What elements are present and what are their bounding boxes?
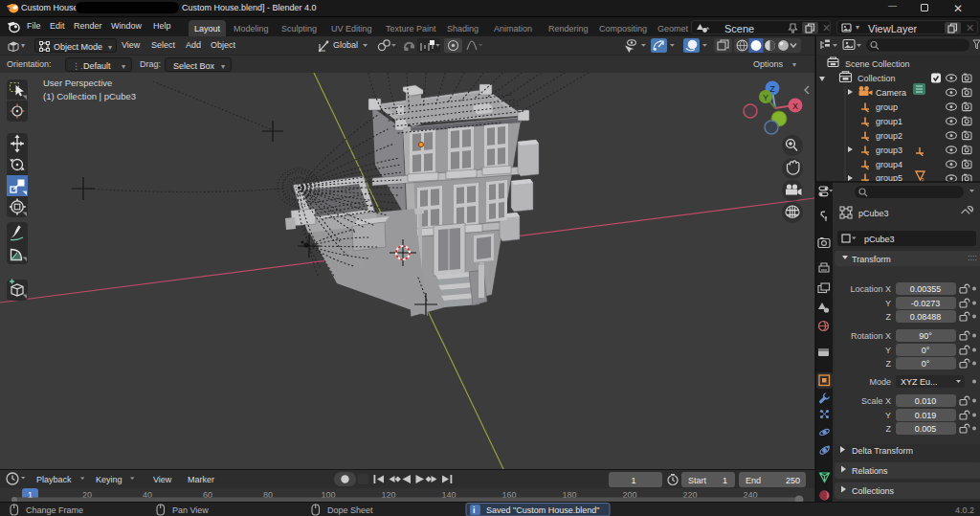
svg-text:Start: Start (688, 476, 707, 485)
svg-text:Scene Collection: Scene Collection (845, 59, 910, 69)
svg-text:Change Frame: Change Frame (26, 505, 83, 515)
svg-text:Y: Y (885, 346, 891, 355)
svg-text:0.019: 0.019 (915, 411, 937, 420)
svg-text:End: End (746, 476, 761, 485)
svg-text:250: 250 (786, 476, 800, 485)
svg-text:1: 1 (631, 476, 635, 485)
svg-text:Playback: Playback (36, 475, 72, 484)
svg-text:Z: Z (886, 312, 892, 322)
svg-text:i: i (473, 505, 476, 515)
svg-text:group1: group1 (876, 117, 902, 126)
svg-text:Y: Y (763, 93, 768, 102)
svg-text:Marker: Marker (188, 475, 214, 484)
svg-text:4.0.2: 4.0.2 (955, 505, 974, 515)
svg-text:Z: Z (769, 84, 775, 94)
svg-text:0°: 0° (922, 359, 930, 369)
svg-text:Camera: Camera (876, 88, 906, 98)
svg-text:View: View (153, 475, 172, 484)
svg-text:Scale X: Scale X (861, 396, 891, 406)
svg-text:Collections: Collections (852, 486, 895, 496)
svg-text:Pan View: Pan View (172, 505, 209, 515)
svg-text:0.010: 0.010 (915, 396, 937, 406)
svg-text:Rotation X: Rotation X (851, 331, 891, 341)
svg-text:Location X: Location X (850, 284, 891, 294)
svg-text:group: group (876, 102, 898, 112)
svg-text:0.005: 0.005 (915, 424, 937, 434)
svg-text:Relations: Relations (852, 466, 888, 476)
svg-text:-0.0273: -0.0273 (911, 299, 941, 308)
svg-text:::::: :::: (968, 253, 977, 262)
svg-text:group3: group3 (876, 146, 902, 155)
svg-text:0.00355: 0.00355 (910, 284, 942, 294)
svg-text:Delta Transform: Delta Transform (852, 446, 913, 456)
svg-text:Transform: Transform (852, 255, 891, 264)
svg-text:Y: Y (885, 299, 891, 308)
svg-text:Saved "Custom House.blend": Saved "Custom House.blend" (486, 505, 599, 515)
svg-text:90°: 90° (919, 331, 932, 341)
svg-text:pCube3: pCube3 (858, 209, 889, 218)
svg-text:Keying: Keying (96, 475, 122, 484)
svg-text:Dope Sheet: Dope Sheet (327, 505, 373, 515)
svg-text:pCube3: pCube3 (864, 235, 895, 244)
svg-text:group4: group4 (876, 160, 902, 169)
svg-text:XYZ Eu...: XYZ Eu... (901, 377, 938, 387)
svg-text:Collection: Collection (858, 74, 896, 83)
svg-text:Y: Y (885, 411, 891, 420)
svg-text:Z: Z (886, 424, 892, 434)
svg-text:Z: Z (886, 359, 892, 369)
svg-text:0.08488: 0.08488 (910, 312, 942, 322)
svg-text:Mode: Mode (869, 377, 891, 387)
svg-text:0°: 0° (922, 346, 930, 355)
svg-text:group2: group2 (876, 131, 902, 141)
svg-text:1: 1 (723, 476, 727, 485)
svg-text:X: X (792, 101, 798, 111)
